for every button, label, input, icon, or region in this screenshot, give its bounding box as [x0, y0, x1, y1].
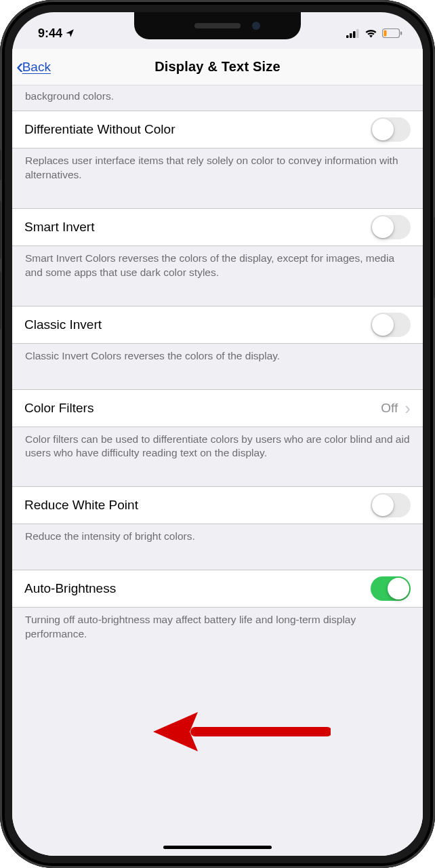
row-label: Smart Invert: [24, 220, 371, 235]
toggle-classic-invert[interactable]: [371, 313, 411, 337]
volume-down-button: [0, 271, 1, 330]
truncated-footer: background colors.: [12, 85, 423, 111]
speaker-icon: [194, 23, 241, 28]
clock-label: 9:44: [38, 26, 62, 41]
screen: 9:44: [12, 12, 423, 856]
row-label: Classic Invert: [24, 317, 371, 332]
footer-differentiate: Replaces user interface items that rely …: [12, 149, 423, 189]
wifi-icon: [365, 28, 377, 38]
status-left: 9:44: [38, 26, 75, 41]
svg-rect-0: [346, 35, 349, 38]
toggle-reduce-white-point[interactable]: [371, 493, 411, 517]
footer-auto-brightness: Turning off auto-brightness may affect b…: [12, 608, 423, 648]
footer-smart-invert: Smart Invert Colors reverses the colors …: [12, 246, 423, 287]
page-title: Display & Text Size: [154, 59, 281, 75]
front-camera-icon: [252, 22, 260, 30]
cellular-signal-icon: [346, 29, 360, 38]
notch: [134, 12, 301, 39]
row-auto-brightness[interactable]: Auto-Brightness: [12, 570, 423, 608]
row-label: Differentiate Without Color: [24, 122, 371, 137]
row-differentiate-without-color[interactable]: Differentiate Without Color: [12, 111, 423, 149]
svg-rect-2: [353, 31, 356, 38]
location-arrow-icon: [65, 28, 75, 38]
home-indicator[interactable]: [163, 846, 272, 849]
svg-rect-5: [400, 32, 402, 35]
toggle-differentiate-without-color[interactable]: [371, 117, 411, 142]
row-reduce-white-point[interactable]: Reduce White Point: [12, 486, 423, 524]
battery-icon: [382, 28, 402, 38]
settings-list[interactable]: background colors. Differentiate Without…: [12, 85, 423, 856]
row-label: Reduce White Point: [24, 498, 371, 513]
nav-bar: ‹ Back Display & Text Size: [12, 49, 423, 85]
volume-up-button: [0, 201, 1, 259]
toggle-smart-invert[interactable]: [371, 215, 411, 239]
back-label: Back: [22, 60, 51, 75]
status-right: [346, 28, 402, 38]
svg-rect-6: [384, 31, 387, 37]
svg-rect-3: [356, 29, 359, 38]
footer-reduce-white-point: Reduce the intensity of bright colors.: [12, 524, 423, 551]
mute-switch: [0, 149, 1, 180]
device-frame: 9:44: [0, 0, 435, 868]
row-value: Off: [381, 401, 398, 416]
back-button[interactable]: ‹ Back: [16, 49, 51, 85]
row-label: Color Filters: [24, 401, 381, 416]
row-color-filters[interactable]: Color Filters Off ›: [12, 389, 423, 427]
chevron-left-icon: ‹: [16, 55, 24, 77]
footer-color-filters: Color filters can be used to differentia…: [12, 427, 423, 468]
row-classic-invert[interactable]: Classic Invert: [12, 306, 423, 344]
toggle-auto-brightness[interactable]: [371, 576, 411, 601]
svg-rect-1: [350, 33, 352, 38]
footer-classic-invert: Classic Invert Colors reverses the color…: [12, 344, 423, 370]
row-smart-invert[interactable]: Smart Invert: [12, 208, 423, 246]
chevron-right-icon: ›: [405, 399, 411, 417]
row-label: Auto-Brightness: [24, 581, 371, 596]
